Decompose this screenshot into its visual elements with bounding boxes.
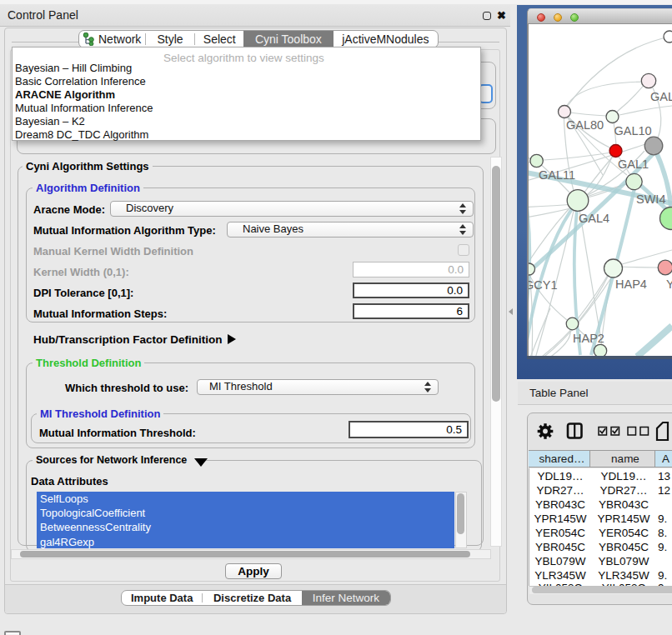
svg-text:GAL1: GAL1 — [618, 158, 649, 171]
svg-text:GAL2: GAL2 — [650, 90, 672, 103]
svg-text:GAL4: GAL4 — [579, 212, 609, 225]
svg-text:GAL10: GAL10 — [614, 124, 652, 138]
svg-text:GCY1: GCY1 — [529, 278, 558, 292]
svg-text:HAP2: HAP2 — [573, 332, 604, 345]
svg-text:YM: YM — [666, 278, 672, 291]
svg-text:GAL11: GAL11 — [539, 168, 575, 182]
svg-text:SWI4: SWI4 — [636, 192, 665, 206]
svg-text:GAL80: GAL80 — [566, 118, 604, 132]
svg-text:HAP4: HAP4 — [615, 278, 647, 291]
